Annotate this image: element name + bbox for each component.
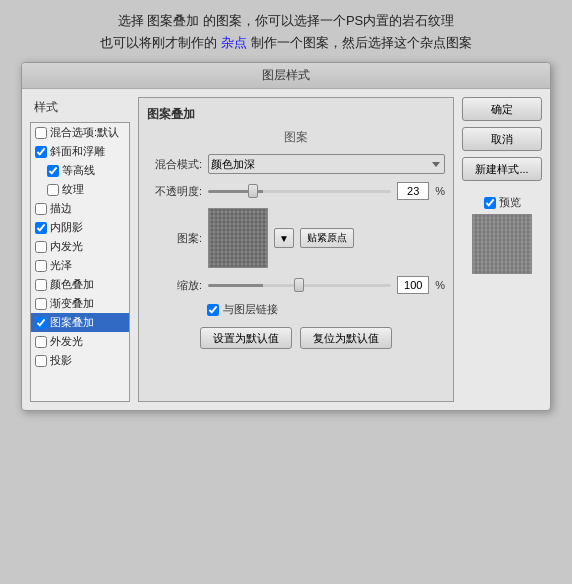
scale-slider[interactable] [208, 284, 391, 287]
instruction-text: 选择 图案叠加 的图案，你可以选择一个PS内置的岩石纹理 也可以将刚才制作的 杂… [0, 0, 572, 62]
style-checkbox-drop-shadow[interactable] [35, 355, 47, 367]
style-checkbox-blend[interactable] [35, 127, 47, 139]
preview-checkbox[interactable] [484, 197, 496, 209]
style-item-contour[interactable]: 等高线 [31, 161, 129, 180]
style-checkbox-pattern-overlay[interactable] [35, 317, 47, 329]
dialog-title: 图层样式 [262, 68, 310, 82]
preview-area: 预览 [462, 195, 542, 274]
preview-label: 预览 [499, 195, 521, 210]
styles-list: 混合选项:默认 斜面和浮雕 等高线 纹理 [30, 122, 130, 402]
ok-btn[interactable]: 确定 [462, 97, 542, 121]
styles-panel: 样式 混合选项:默认 斜面和浮雕 等高线 [30, 97, 130, 402]
style-checkbox-inner-glow[interactable] [35, 241, 47, 253]
preview-thumbnail [472, 214, 532, 274]
opacity-input[interactable] [397, 182, 429, 200]
style-item-color-overlay[interactable]: 颜色叠加 [31, 275, 129, 294]
style-checkbox-gradient-overlay[interactable] [35, 298, 47, 310]
style-checkbox-outer-glow[interactable] [35, 336, 47, 348]
section-title: 图案叠加 [147, 106, 445, 123]
cancel-btn[interactable]: 取消 [462, 127, 542, 151]
snap-to-origin-btn[interactable]: 贴紧原点 [300, 228, 354, 248]
dialog-titlebar: 图层样式 [22, 63, 550, 89]
layer-style-dialog: 图层样式 样式 混合选项:默认 斜面和浮雕 [21, 62, 551, 411]
pattern-menu-btn[interactable]: ▼ [274, 228, 294, 248]
style-checkbox-stroke[interactable] [35, 203, 47, 215]
pattern-row: 图案: ▼ 贴紧原点 [147, 208, 445, 268]
pattern-label: 图案: [147, 231, 202, 246]
blend-mode-label: 混合模式: [147, 157, 202, 172]
style-checkbox-color-overlay[interactable] [35, 279, 47, 291]
settings-panel: 图案叠加 图案 混合模式: 颜色加深 正常 溶解 正片叠底 不透明度: [138, 97, 454, 402]
style-checkbox-contour[interactable] [47, 165, 59, 177]
styles-panel-title: 样式 [30, 97, 130, 118]
link-checkbox-row: 与图层链接 [207, 302, 445, 317]
bottom-buttons: 设置为默认值 复位为默认值 [147, 327, 445, 349]
style-item-outer-glow[interactable]: 外发光 [31, 332, 129, 351]
style-item-inner-glow[interactable]: 内发光 [31, 237, 129, 256]
opacity-row: 不透明度: % [147, 182, 445, 200]
opacity-slider[interactable] [208, 190, 391, 193]
style-item-blend[interactable]: 混合选项:默认 [31, 123, 129, 142]
style-item-texture[interactable]: 纹理 [31, 180, 129, 199]
style-item-satin[interactable]: 光泽 [31, 256, 129, 275]
style-checkbox-texture[interactable] [47, 184, 59, 196]
opacity-unit: % [435, 185, 445, 197]
style-checkbox-bevel[interactable] [35, 146, 47, 158]
style-item-stroke[interactable]: 描边 [31, 199, 129, 218]
scale-label: 缩放: [147, 278, 202, 293]
opacity-label: 不透明度: [147, 184, 202, 199]
preview-checkbox-row: 预览 [484, 195, 521, 210]
style-checkbox-satin[interactable] [35, 260, 47, 272]
set-default-btn[interactable]: 设置为默认值 [200, 327, 292, 349]
scale-row: 缩放: % [147, 276, 445, 294]
pattern-preview[interactable] [208, 208, 268, 268]
blend-mode-select[interactable]: 颜色加深 正常 溶解 正片叠底 [208, 154, 445, 174]
link-checkbox[interactable] [207, 304, 219, 316]
style-item-inner-shadow[interactable]: 内阴影 [31, 218, 129, 237]
reset-default-btn[interactable]: 复位为默认值 [300, 327, 392, 349]
scale-unit: % [435, 279, 445, 291]
subsection-title: 图案 [147, 129, 445, 146]
link-label: 与图层链接 [223, 302, 278, 317]
actions-panel: 确定 取消 新建样式... 预览 [462, 97, 542, 402]
new-style-btn[interactable]: 新建样式... [462, 157, 542, 181]
style-item-drop-shadow[interactable]: 投影 [31, 351, 129, 370]
scale-input[interactable] [397, 276, 429, 294]
style-item-gradient-overlay[interactable]: 渐变叠加 [31, 294, 129, 313]
style-item-pattern-overlay[interactable]: 图案叠加 [31, 313, 129, 332]
style-item-bevel[interactable]: 斜面和浮雕 [31, 142, 129, 161]
blend-mode-row: 混合模式: 颜色加深 正常 溶解 正片叠底 [147, 154, 445, 174]
style-checkbox-inner-shadow[interactable] [35, 222, 47, 234]
